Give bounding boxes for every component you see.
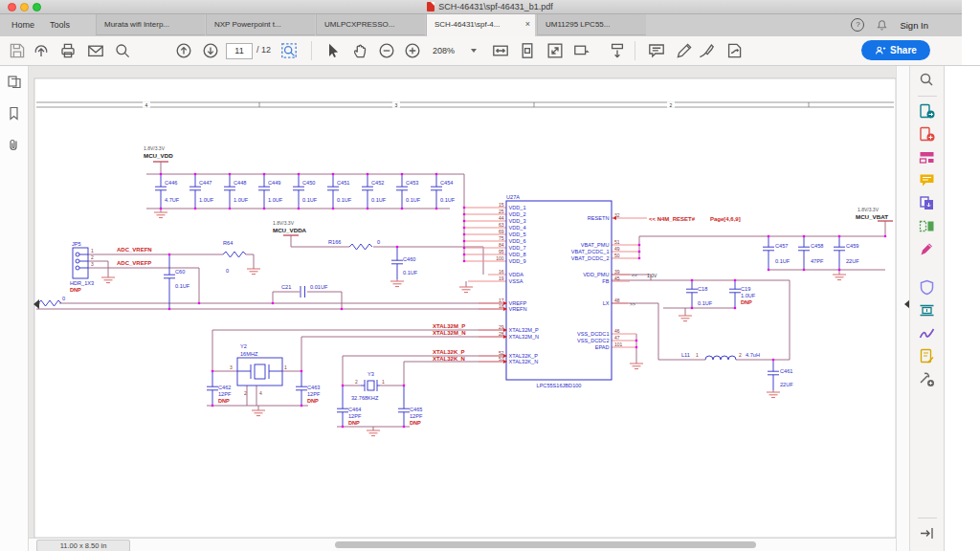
schematic-text: FB xyxy=(602,278,609,284)
schematic-text: VDD_4 xyxy=(509,225,526,231)
sidebar-divider xyxy=(918,96,937,97)
next-page-icon[interactable] xyxy=(202,42,219,59)
sidebar-search-icon[interactable] xyxy=(919,72,935,88)
organize-pages-icon[interactable] xyxy=(919,218,935,234)
schematic-text: R166 xyxy=(328,239,341,245)
scrolling-mode-icon[interactable] xyxy=(609,42,626,59)
sign-pen-icon[interactable] xyxy=(698,42,715,59)
fit-page-icon[interactable] xyxy=(519,42,536,59)
protect-shield-icon[interactable] xyxy=(919,279,935,296)
bookmarks-icon[interactable] xyxy=(7,106,21,121)
schematic-text: C465 xyxy=(410,407,422,412)
schematic-text: 50 xyxy=(614,253,620,258)
toolbar-separator xyxy=(311,41,312,60)
schematic-text: 19 xyxy=(499,276,504,281)
print-icon[interactable] xyxy=(59,42,77,59)
schematic-text: 0.1UF xyxy=(337,197,352,203)
fill-and-sign-icon[interactable] xyxy=(919,241,935,257)
expand-panel-arrow-icon[interactable] xyxy=(919,525,935,541)
schematic-text: 4.7uH xyxy=(746,352,760,358)
export-pdf-icon[interactable] xyxy=(919,103,935,120)
schematic-text: VREFN xyxy=(509,306,527,312)
schematic-text: JP5 xyxy=(72,241,81,247)
upload-share-icon[interactable] xyxy=(33,42,50,59)
window-title: SCH-46431\spf-46431_b1.pdf xyxy=(438,2,553,11)
schematic-text: 0 xyxy=(377,239,380,245)
share-button[interactable]: Share xyxy=(861,40,930,60)
schematic-text: 44 xyxy=(499,215,504,221)
schematic-text: VDD_7 xyxy=(509,245,526,251)
schematic-text: XTAL32K_N xyxy=(433,356,465,362)
schematic-text: 0.1UF xyxy=(440,197,456,203)
schematic-text: 1.8V/3.3V xyxy=(858,207,880,212)
window-title-wrap: SCH-46431\spf-46431_b1.pdf xyxy=(0,0,980,13)
tab-tools[interactable]: Tools xyxy=(50,13,70,36)
schematic-text: MCU_VDDA xyxy=(273,227,307,233)
help-icon[interactable]: ? xyxy=(851,18,864,32)
schematic-text: 1 xyxy=(91,248,94,253)
pdf-file-icon xyxy=(427,2,434,11)
mac-title-bar: SCH-46431\spf-46431_b1.pdf xyxy=(0,0,980,14)
doc-tab-sch-46431-active[interactable]: SCH-46431\spf-4... × xyxy=(426,13,535,36)
page-number-input[interactable]: 11 xyxy=(226,43,253,59)
schematic-text: 0.1UF xyxy=(403,270,418,276)
comment-tool-icon[interactable] xyxy=(919,172,935,188)
schematic-text: 1.0UF xyxy=(741,293,756,298)
doc-tab-um11295[interactable]: UM11295 LPC55... xyxy=(537,13,646,35)
comment-icon[interactable] xyxy=(648,42,665,59)
active-tab-label: SCH-46431\spf-4... xyxy=(434,20,500,29)
screenshot-right-margin xyxy=(962,0,980,65)
horizontal-scrollbar: 11.00 x 8.50 in xyxy=(29,538,896,551)
attachments-paperclip-icon[interactable] xyxy=(7,138,21,152)
schematic-text: DNP xyxy=(70,287,81,293)
email-icon[interactable] xyxy=(87,42,104,59)
notifications-bell-icon[interactable] xyxy=(876,19,888,32)
previous-page-icon[interactable] xyxy=(175,42,192,59)
doc-tab-umlpcxpresso[interactable]: UMLPCXPRESSO... xyxy=(316,13,425,35)
create-pdf-icon[interactable] xyxy=(919,126,935,143)
certificates-signature-icon[interactable] xyxy=(919,325,935,342)
zoom-in-icon[interactable] xyxy=(404,42,421,59)
schematic-text: 4.7UF xyxy=(165,197,180,203)
schematic-text: XTAL32M_N xyxy=(433,330,466,336)
collapse-left-panel-arrow-icon[interactable] xyxy=(29,299,39,309)
zoom-level-value[interactable]: 208% xyxy=(433,46,455,55)
search-icon[interactable] xyxy=(114,42,131,59)
schematic-text: C60 xyxy=(175,269,185,275)
schematic-text: VDD_PMU xyxy=(583,272,609,277)
doc-tab-murata[interactable]: Murata wifi Interp... xyxy=(96,13,205,35)
doc-tab-nxp-powerpoint[interactable]: NXP Powerpoint t... xyxy=(206,13,315,35)
zoom-dropdown-caret-icon[interactable] xyxy=(471,49,477,55)
close-tab-icon[interactable]: × xyxy=(525,13,530,35)
page-fit-options-icon[interactable] xyxy=(573,42,590,59)
schematic-text: C458 xyxy=(811,243,823,249)
schematic-text: 84 xyxy=(499,242,504,248)
more-tools-icon[interactable] xyxy=(919,371,935,387)
schematic-text: 1.8V/3.3V xyxy=(144,145,166,151)
schematic-text: XTAL32K_P xyxy=(433,349,465,355)
highlight-pen-icon[interactable] xyxy=(676,42,693,59)
marquee-zoom-icon[interactable] xyxy=(280,42,298,59)
save-icon[interactable] xyxy=(9,42,26,59)
hand-tool-icon[interactable] xyxy=(352,42,369,59)
fullscreen-icon[interactable] xyxy=(546,42,564,59)
select-tool-icon[interactable] xyxy=(323,42,341,59)
schematic-text: EPAD xyxy=(595,344,610,350)
sign-in-button[interactable]: Sign In xyxy=(900,20,928,31)
schematic-text: VDD_8 xyxy=(509,252,526,257)
schematic-text: VBAT_PMU xyxy=(581,242,610,248)
zoom-out-icon[interactable] xyxy=(378,42,395,59)
schematic-text: C18 xyxy=(698,286,707,292)
horizontal-scrollbar-thumb[interactable] xyxy=(335,541,756,548)
fit-width-icon[interactable] xyxy=(492,42,509,59)
send-track-icon[interactable] xyxy=(725,42,743,59)
compress-pdf-icon[interactable] xyxy=(919,302,935,319)
page-thumbnails-icon[interactable] xyxy=(7,75,21,89)
schematic-text: VDD_3 xyxy=(509,218,526,224)
combine-files-icon[interactable] xyxy=(919,195,935,211)
schematic-text: U27A xyxy=(506,194,520,200)
request-signatures-icon[interactable] xyxy=(919,348,935,364)
tab-home[interactable]: Home xyxy=(11,13,34,36)
edit-pdf-icon[interactable] xyxy=(919,149,935,165)
schematic-text: C464 xyxy=(348,407,361,412)
